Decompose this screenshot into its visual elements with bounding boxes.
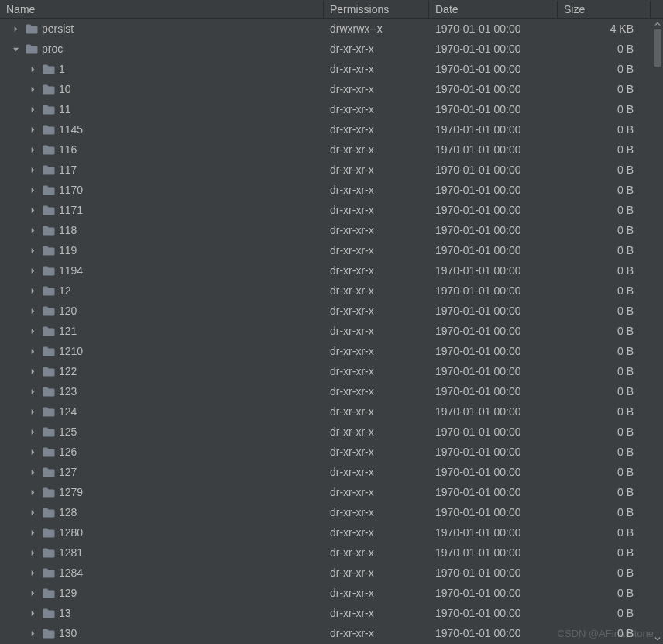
table-row[interactable]: 129dr-xr-xr-x1970-01-01 00:000 B (0, 583, 663, 603)
name-cell[interactable]: 116 (0, 143, 324, 156)
chevron-right-icon[interactable] (26, 365, 39, 377)
name-cell[interactable]: 1280 (0, 526, 324, 539)
name-cell[interactable]: 1279 (0, 486, 324, 498)
name-cell[interactable]: 1171 (0, 204, 324, 216)
column-header-date[interactable]: Date (429, 1, 558, 18)
chevron-right-icon[interactable] (26, 567, 39, 579)
chevron-right-icon[interactable] (9, 22, 22, 35)
name-cell[interactable]: 1194 (0, 264, 324, 277)
chevron-right-icon[interactable] (26, 123, 39, 136)
table-row[interactable]: 130dr-xr-xr-x1970-01-01 00:000 B (0, 623, 663, 643)
name-cell[interactable]: 125 (0, 425, 324, 438)
table-row[interactable]: 1145dr-xr-xr-x1970-01-01 00:000 B (0, 119, 663, 139)
table-row[interactable]: 120dr-xr-xr-x1970-01-01 00:000 B (0, 301, 663, 321)
table-row[interactable]: 117dr-xr-xr-x1970-01-01 00:000 B (0, 160, 663, 180)
name-cell[interactable]: 118 (0, 224, 324, 236)
name-cell[interactable]: 124 (0, 405, 324, 418)
table-row[interactable]: 122dr-xr-xr-x1970-01-01 00:000 B (0, 361, 663, 381)
chevron-right-icon[interactable] (26, 244, 39, 257)
table-row[interactable]: 124dr-xr-xr-x1970-01-01 00:000 B (0, 401, 663, 422)
name-cell[interactable]: 1170 (0, 184, 324, 196)
table-row[interactable]: 1281dr-xr-xr-x1970-01-01 00:000 B (0, 542, 663, 563)
chevron-right-icon[interactable] (26, 345, 39, 357)
name-cell[interactable]: 1145 (0, 123, 324, 136)
name-cell[interactable]: 129 (0, 587, 324, 599)
table-row[interactable]: 1dr-xr-xr-x1970-01-01 00:000 B (0, 59, 663, 79)
chevron-right-icon[interactable] (26, 526, 39, 539)
table-row[interactable]: 126dr-xr-xr-x1970-01-01 00:000 B (0, 442, 663, 462)
table-row[interactable]: 10dr-xr-xr-x1970-01-01 00:000 B (0, 79, 663, 99)
table-row[interactable]: 1194dr-xr-xr-x1970-01-01 00:000 B (0, 260, 663, 281)
table-row[interactable]: 1279dr-xr-xr-x1970-01-01 00:000 B (0, 482, 663, 502)
table-row[interactable]: 12dr-xr-xr-x1970-01-01 00:000 B (0, 281, 663, 301)
name-cell[interactable]: 121 (0, 325, 324, 337)
chevron-right-icon[interactable] (26, 466, 39, 478)
name-cell[interactable]: 13 (0, 607, 324, 619)
table-row[interactable]: 1284dr-xr-xr-x1970-01-01 00:000 B (0, 563, 663, 583)
name-cell[interactable]: proc (0, 43, 324, 55)
name-cell[interactable]: 1284 (0, 567, 324, 579)
name-cell[interactable]: 1281 (0, 546, 324, 559)
chevron-right-icon[interactable] (26, 325, 39, 337)
name-cell[interactable]: 1210 (0, 345, 324, 357)
table-row[interactable]: 128dr-xr-xr-x1970-01-01 00:000 B (0, 502, 663, 522)
name-cell[interactable]: 123 (0, 385, 324, 398)
table-row[interactable]: 11dr-xr-xr-x1970-01-01 00:000 B (0, 99, 663, 119)
chevron-down-icon[interactable] (9, 43, 22, 55)
table-row[interactable]: 125dr-xr-xr-x1970-01-01 00:000 B (0, 422, 663, 442)
name-cell[interactable]: 126 (0, 446, 324, 458)
chevron-right-icon[interactable] (26, 385, 39, 398)
chevron-right-icon[interactable] (26, 446, 39, 458)
scroll-down-arrow-icon[interactable] (652, 633, 663, 644)
chevron-right-icon[interactable] (26, 425, 39, 438)
table-row[interactable]: 13dr-xr-xr-x1970-01-01 00:000 B (0, 603, 663, 623)
table-row[interactable]: persistdrwxrwx--x1970-01-01 00:004 KB (0, 19, 663, 39)
column-header-name[interactable]: Name (0, 1, 324, 18)
name-cell[interactable]: 117 (0, 164, 324, 176)
name-cell[interactable]: 128 (0, 506, 324, 518)
column-header-permissions[interactable]: Permissions (324, 1, 429, 18)
chevron-right-icon[interactable] (26, 224, 39, 236)
chevron-right-icon[interactable] (26, 264, 39, 277)
chevron-right-icon[interactable] (26, 284, 39, 297)
table-row[interactable]: 1280dr-xr-xr-x1970-01-01 00:000 B (0, 522, 663, 542)
name-cell[interactable]: 12 (0, 284, 324, 297)
table-row[interactable]: 1171dr-xr-xr-x1970-01-01 00:000 B (0, 200, 663, 220)
chevron-right-icon[interactable] (26, 103, 39, 115)
table-row[interactable]: 121dr-xr-xr-x1970-01-01 00:000 B (0, 321, 663, 341)
column-header-size[interactable]: Size (558, 1, 651, 18)
chevron-right-icon[interactable] (26, 506, 39, 518)
chevron-right-icon[interactable] (26, 305, 39, 317)
table-row[interactable]: 123dr-xr-xr-x1970-01-01 00:000 B (0, 381, 663, 401)
name-cell[interactable]: 122 (0, 365, 324, 377)
chevron-right-icon[interactable] (26, 607, 39, 619)
name-cell[interactable]: 10 (0, 83, 324, 95)
table-row[interactable]: 119dr-xr-xr-x1970-01-01 00:000 B (0, 240, 663, 260)
scrollbar-thumb[interactable] (654, 29, 661, 67)
name-cell[interactable]: 130 (0, 627, 324, 639)
chevron-right-icon[interactable] (26, 405, 39, 418)
vertical-scrollbar[interactable] (652, 19, 663, 644)
name-cell[interactable]: 11 (0, 103, 324, 115)
table-row[interactable]: procdr-xr-xr-x1970-01-01 00:000 B (0, 39, 663, 59)
name-cell[interactable]: persist (0, 22, 324, 35)
name-cell[interactable]: 1 (0, 63, 324, 75)
table-row[interactable]: 116dr-xr-xr-x1970-01-01 00:000 B (0, 139, 663, 160)
name-cell[interactable]: 120 (0, 305, 324, 317)
chevron-right-icon[interactable] (26, 63, 39, 75)
chevron-right-icon[interactable] (26, 546, 39, 559)
chevron-right-icon[interactable] (26, 486, 39, 498)
table-row[interactable]: 118dr-xr-xr-x1970-01-01 00:000 B (0, 220, 663, 240)
table-row[interactable]: 127dr-xr-xr-x1970-01-01 00:000 B (0, 462, 663, 482)
scroll-up-arrow-icon[interactable] (652, 19, 663, 29)
chevron-right-icon[interactable] (26, 587, 39, 599)
table-row[interactable]: 1170dr-xr-xr-x1970-01-01 00:000 B (0, 180, 663, 200)
table-row[interactable]: 1210dr-xr-xr-x1970-01-01 00:000 B (0, 341, 663, 361)
chevron-right-icon[interactable] (26, 143, 39, 156)
chevron-right-icon[interactable] (26, 164, 39, 176)
chevron-right-icon[interactable] (26, 627, 39, 639)
chevron-right-icon[interactable] (26, 184, 39, 196)
chevron-right-icon[interactable] (26, 83, 39, 95)
name-cell[interactable]: 127 (0, 466, 324, 478)
name-cell[interactable]: 119 (0, 244, 324, 257)
